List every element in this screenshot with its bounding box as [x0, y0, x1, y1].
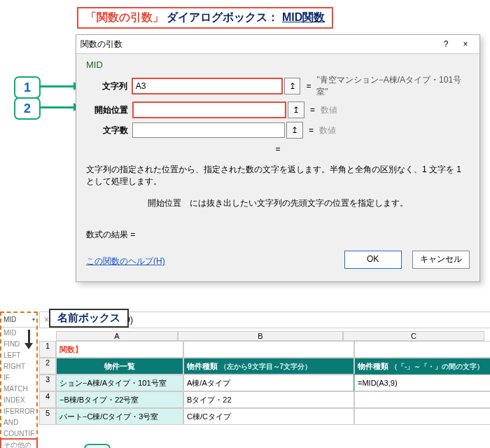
ref-button-1[interactable]: ↥: [284, 78, 301, 94]
hdr-c[interactable]: 物件種類 （「-」～「・」の間の文字）: [354, 358, 490, 374]
nb-item-countif[interactable]: COUNTIF: [1, 428, 36, 440]
nb-item-index[interactable]: INDEX: [1, 395, 36, 406]
chevron-down-icon[interactable]: ▾: [32, 313, 36, 327]
hdr-b[interactable]: 物件種類 （左から9文字目～7文字分）: [183, 358, 354, 374]
arg-input-start[interactable]: [132, 102, 286, 118]
cell-a3[interactable]: ション−A棟/Aタイプ・101号室: [56, 374, 183, 391]
nb-item-left[interactable]: LEFT: [1, 350, 36, 361]
close-button[interactable]: ×: [456, 37, 475, 51]
arg-label-text: 文字列: [86, 80, 127, 92]
dialog-title: 関数の引数: [80, 38, 436, 50]
cell-c3[interactable]: =MID(A3,9): [354, 374, 490, 391]
arg-input-numchars[interactable]: [132, 122, 285, 138]
cell-a4[interactable]: −B棟/Bタイプ・22号室: [56, 391, 183, 408]
nb-item-match[interactable]: MATCH: [1, 384, 36, 395]
namebox-pointer: [28, 330, 30, 348]
dialog-titlebar[interactable]: 関数の引数 ? ×: [76, 35, 479, 54]
result-eq: =: [86, 144, 470, 154]
description-1: 文字列の指定された位置から、指定された数の文字を返します。半角と全角の区別なく、…: [86, 164, 470, 188]
arrow-1: [41, 85, 79, 88]
step-1-badge: 1: [14, 76, 41, 99]
description-2: 開始位置 には抜き出したい文字列の先頭文字の位置を指定します。: [86, 197, 470, 209]
cell-b3[interactable]: A棟/Aタイプ: [183, 374, 354, 391]
cell-b4[interactable]: Bタイプ・22: [183, 391, 354, 408]
rowhdr-1[interactable]: 1: [39, 341, 56, 358]
arg-preview-2: 数値: [321, 104, 337, 116]
nb-item-and[interactable]: AND: [1, 417, 36, 428]
function-name: MID: [86, 58, 470, 74]
ref-button-2[interactable]: ↥: [288, 102, 304, 118]
help-button[interactable]: ?: [436, 37, 456, 51]
nb-item-if[interactable]: IF: [1, 372, 36, 384]
cell-a1[interactable]: 関数】: [56, 341, 183, 358]
arg-preview-3: 数値: [319, 125, 336, 136]
colhdr-a[interactable]: A: [56, 331, 178, 341]
cell-a5[interactable]: パート−C棟/Cタイプ・3号室: [56, 408, 183, 425]
arg-preview-1: "青空マンション−A棟/Aタイプ・101号室": [316, 74, 470, 98]
cell-c5[interactable]: [354, 408, 490, 425]
help-link[interactable]: この関数のヘルプ(H): [86, 255, 165, 267]
step-2-badge: 2: [14, 97, 41, 120]
arg-input-text[interactable]: [132, 78, 283, 94]
function-arguments-dialog: 関数の引数 ? × MID 文字列 ↥ = "青空マンション−A棟/Aタイプ・1…: [76, 34, 480, 282]
rowhdr-5[interactable]: 5: [39, 408, 56, 425]
rowhdr-2[interactable]: 2: [39, 358, 56, 374]
namebox-selected: MID: [4, 313, 16, 327]
colhdr-c[interactable]: C: [343, 331, 484, 341]
annotation-title: 「関数の引数」 ダイアログボックス： MID関数: [77, 7, 333, 29]
nb-item-right[interactable]: RIGHT: [1, 361, 36, 372]
rowhdr-3[interactable]: 3: [39, 374, 56, 391]
ref-button-3[interactable]: ↥: [286, 122, 303, 139]
arg-label-numchars: 文字数: [86, 125, 128, 136]
hdr-a[interactable]: 物件一覧: [56, 358, 183, 374]
cell-c1[interactable]: [354, 341, 490, 358]
formula-input[interactable]: [85, 314, 490, 326]
rowhdr-4[interactable]: 4: [39, 391, 56, 408]
step-3-badge: 3: [84, 444, 111, 448]
title-func: MID関数: [282, 11, 325, 23]
nb-item-iferror[interactable]: IFERROR: [1, 406, 36, 417]
nb-item-mid[interactable]: MID: [1, 328, 36, 339]
arg-label-start: 開始位置: [86, 104, 128, 116]
formula-result: 数式の結果 =: [86, 229, 470, 241]
title-red: 「関数の引数」: [85, 11, 164, 23]
namebox-annotation: 名前ボックス: [49, 309, 129, 328]
ok-button[interactable]: OK: [344, 251, 402, 269]
cell-b5[interactable]: C棟/Cタイプ: [183, 408, 354, 425]
name-box-dropdown[interactable]: MID ▾ MID FIND LEFT RIGHT IF MATCH INDEX…: [0, 312, 38, 448]
colhdr-b[interactable]: B: [178, 331, 343, 341]
arrow-2: [41, 106, 79, 108]
cancel-button[interactable]: キャンセル: [412, 251, 470, 269]
nb-item-other-functions[interactable]: その他の関数...: [1, 440, 36, 448]
cell-b1[interactable]: [183, 341, 354, 358]
title-mid: ダイアログボックス：: [167, 11, 279, 23]
cell-c4[interactable]: [354, 391, 490, 408]
